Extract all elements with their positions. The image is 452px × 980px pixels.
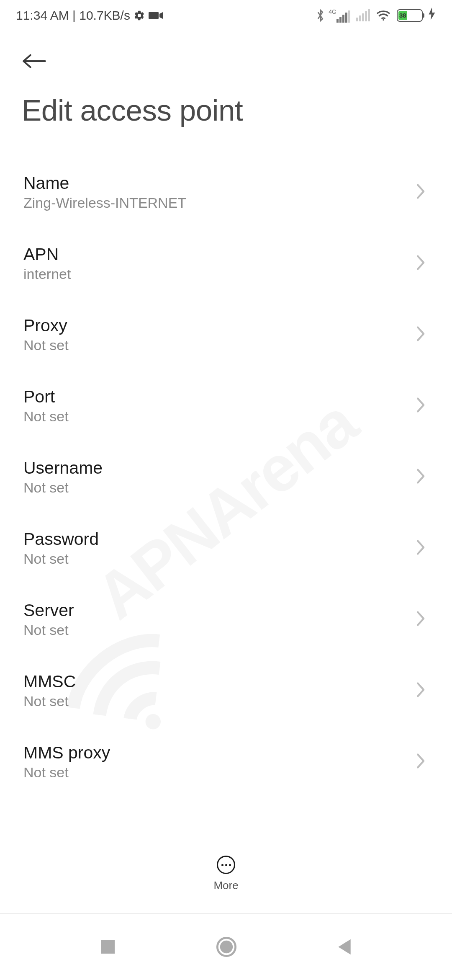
bluetooth-icon [316, 8, 325, 23]
field-mmsc[interactable]: MMSCNot set [0, 655, 452, 726]
status-right: 4G 38 [316, 8, 435, 23]
svg-point-5 [220, 941, 233, 953]
field-mms-proxy[interactable]: MMS proxyNot set [0, 726, 452, 797]
charging-icon [429, 8, 435, 23]
status-time-text: 11:34 AM | 10.7KB/s [16, 8, 130, 23]
field-apn[interactable]: APNinternet [0, 228, 452, 299]
more-label: More [213, 879, 238, 892]
item-value: Zing-Wireless-INTERNET [23, 195, 186, 211]
settings-list: NameZing-Wireless-INTERNETAPNinternetPro… [0, 157, 452, 797]
battery-level: 38 [398, 11, 407, 20]
page-title: Edit access point [0, 72, 452, 157]
item-label: MMS proxy [23, 743, 110, 763]
svg-rect-3 [101, 940, 115, 954]
battery-icon: 38 [397, 9, 423, 22]
more-button[interactable]: More [0, 856, 452, 892]
chevron-right-icon [415, 397, 427, 415]
item-label: APN [23, 245, 71, 264]
nav-recents-button[interactable] [100, 939, 116, 955]
field-server[interactable]: ServerNot set [0, 584, 452, 655]
chevron-right-icon [415, 610, 427, 629]
gear-icon [134, 10, 145, 21]
chevron-right-icon [415, 468, 427, 486]
svg-point-1 [383, 19, 384, 21]
item-label: Server [23, 601, 74, 620]
item-label: Proxy [23, 316, 69, 335]
field-name[interactable]: NameZing-Wireless-INTERNET [0, 157, 452, 228]
nav-home-button[interactable] [216, 936, 237, 958]
network-type-label: 4G [329, 8, 336, 15]
navigation-bar [0, 913, 452, 980]
chevron-right-icon [415, 753, 427, 771]
chevron-right-icon [415, 325, 427, 344]
back-button[interactable] [21, 64, 47, 71]
more-icon [217, 856, 235, 874]
field-password[interactable]: PasswordNot set [0, 513, 452, 584]
chevron-right-icon [415, 681, 427, 700]
nav-back-button[interactable] [336, 938, 352, 956]
svg-rect-0 [149, 12, 159, 19]
item-value: Not set [23, 764, 110, 781]
item-value: Not set [23, 408, 69, 425]
status-bar: 11:34 AM | 10.7KB/s 4G [0, 0, 452, 31]
chevron-right-icon [415, 254, 427, 273]
signal-1: 4G [331, 8, 350, 23]
item-value: Not set [23, 551, 99, 567]
item-label: Port [23, 387, 69, 407]
chevron-right-icon [415, 539, 427, 557]
field-username[interactable]: UsernameNot set [0, 441, 452, 513]
item-value: Not set [23, 337, 69, 353]
status-left: 11:34 AM | 10.7KB/s [16, 8, 164, 23]
item-value: internet [23, 266, 71, 282]
item-value: Not set [23, 622, 74, 638]
item-value: Not set [23, 480, 103, 496]
wifi-icon [376, 10, 391, 21]
chevron-right-icon [415, 183, 427, 201]
item-label: Username [23, 458, 103, 478]
signal-2 [356, 9, 370, 21]
item-label: MMSC [23, 672, 76, 691]
field-proxy[interactable]: ProxyNot set [0, 299, 452, 370]
item-label: Name [23, 173, 186, 193]
item-label: Password [23, 529, 99, 549]
item-value: Not set [23, 693, 76, 709]
camera-icon [149, 10, 164, 21]
field-port[interactable]: PortNot set [0, 370, 452, 441]
